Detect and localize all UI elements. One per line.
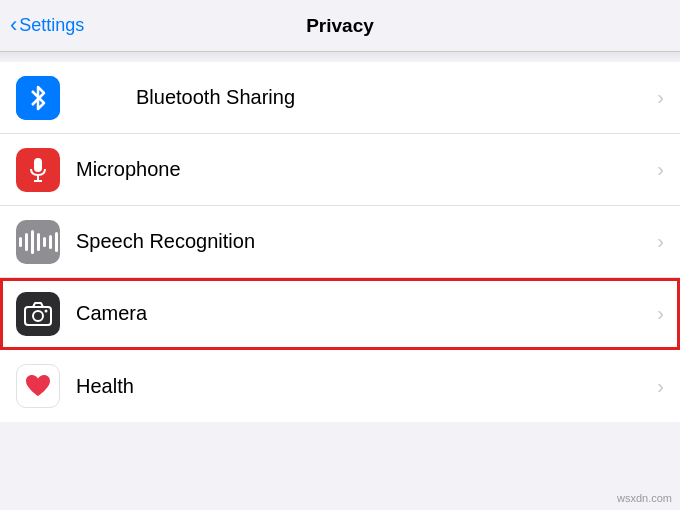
list-item-microphone[interactable]: Microphone ›: [0, 134, 680, 206]
back-button[interactable]: ‹ Settings: [10, 15, 84, 36]
list-item-health[interactable]: Health ›: [0, 350, 680, 422]
camera-icon-svg: [24, 302, 52, 326]
back-chevron-icon: ‹: [10, 14, 17, 36]
speech-chevron: ›: [657, 230, 664, 253]
microphone-icon-svg: [29, 157, 47, 183]
svg-rect-3: [25, 307, 51, 325]
camera-label: Camera: [76, 302, 657, 325]
page-title: Privacy: [306, 15, 374, 37]
scroll-hint: [0, 52, 680, 62]
wave-bar-7: [55, 232, 58, 252]
svg-rect-0: [34, 158, 42, 172]
back-label: Settings: [19, 15, 84, 36]
wave-bar-6: [49, 235, 52, 249]
bluetooth-bg: [16, 76, 60, 120]
bluetooth-label: Bluetooth Sharing: [136, 86, 657, 109]
wave-bar-2: [25, 233, 28, 251]
watermark: wsxdn.com: [617, 492, 672, 504]
health-bg: [16, 364, 60, 408]
wave-bar-3: [31, 230, 34, 254]
mic-bg: [16, 148, 60, 192]
wave-bar-4: [37, 233, 40, 251]
bluetooth-chevron: ›: [657, 86, 664, 109]
health-chevron: ›: [657, 375, 664, 398]
svg-point-4: [33, 311, 43, 321]
settings-list: ∗B Bluetooth Sharing › Microphone ›: [0, 62, 680, 422]
speech-label: Speech Recognition: [76, 230, 657, 253]
list-item-camera[interactable]: Camera ›: [0, 278, 680, 350]
health-icon-svg: [24, 373, 52, 399]
svg-point-5: [45, 309, 48, 312]
health-label: Health: [76, 375, 657, 398]
microphone-label: Microphone: [76, 158, 657, 181]
list-item-bluetooth[interactable]: ∗B Bluetooth Sharing ›: [0, 62, 680, 134]
wave-bar-1: [19, 237, 22, 247]
navigation-bar: ‹ Settings Privacy: [0, 0, 680, 52]
microphone-chevron: ›: [657, 158, 664, 181]
bluetooth-icon-svg: [28, 85, 48, 111]
list-item-speech[interactable]: Speech Recognition ›: [0, 206, 680, 278]
speech-bg: [16, 220, 60, 264]
camera-chevron: ›: [657, 302, 664, 325]
camera-bg: [16, 292, 60, 336]
wave-bar-5: [43, 237, 46, 247]
